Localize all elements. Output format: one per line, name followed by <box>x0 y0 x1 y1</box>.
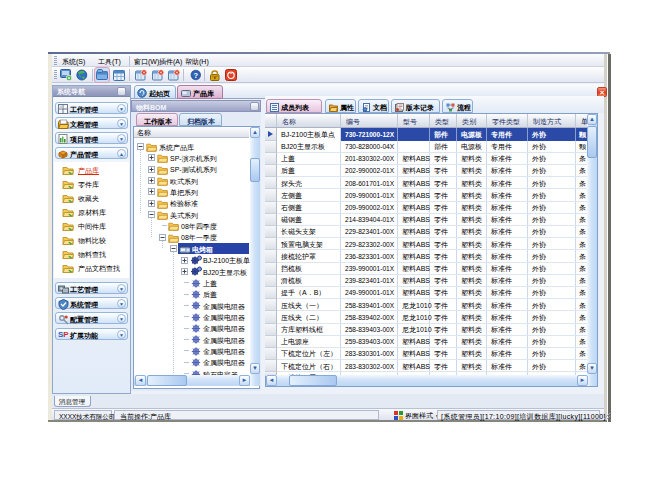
svg-text:?: ? <box>194 71 199 80</box>
